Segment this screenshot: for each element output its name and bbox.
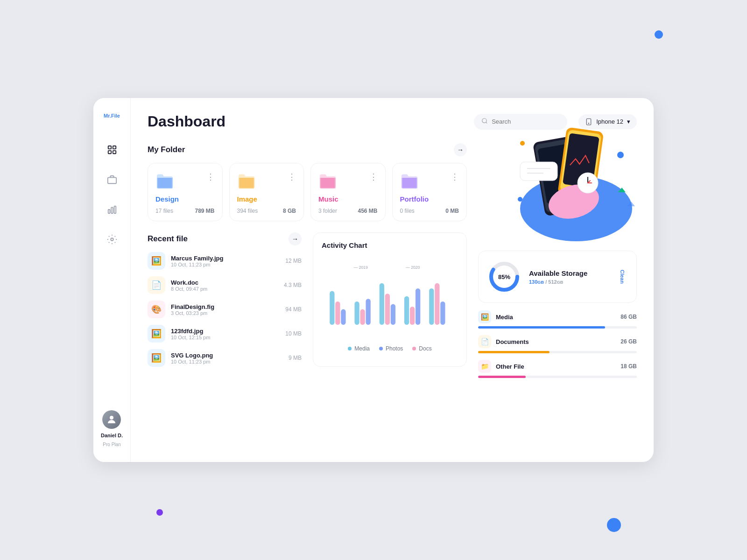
file-type-item-documents: 📄 Documents 26 GB: [478, 335, 637, 353]
svg-point-8: [111, 238, 113, 241]
folder-name: Portfolio: [400, 195, 459, 203]
file-type-icon: 📁: [478, 360, 491, 373]
storage-donut: 85%: [488, 260, 521, 293]
decoration-dot-bottom-left: [156, 509, 163, 516]
folder-icon: [237, 172, 256, 190]
device-selector[interactable]: Iphone 12 ▾: [578, 114, 637, 129]
file-type-name: Media: [496, 314, 616, 321]
svg-rect-28: [435, 283, 439, 325]
folder-count: 3 folder: [318, 208, 337, 214]
folder-card-design[interactable]: ⋮ Design 17 files 789 MB: [148, 163, 223, 221]
folder-menu-icon[interactable]: ⋮: [451, 172, 459, 182]
recent-file-list: 🖼️ Marcus Family.jpg 10 Oct, 11:23 pm 12…: [148, 252, 302, 367]
svg-rect-22: [385, 294, 390, 325]
svg-marker-45: [618, 188, 626, 192]
svg-marker-47: [627, 202, 635, 206]
legend-dot: [379, 347, 383, 350]
file-size: 10 MB: [285, 330, 302, 337]
file-date: 10 Oct, 12:15 pm: [171, 335, 280, 340]
folder-meta: 17 files 789 MB: [155, 208, 215, 214]
progress-bar-bg: [478, 351, 637, 353]
svg-point-44: [617, 152, 624, 158]
folder-meta: 3 folder 456 MB: [318, 208, 378, 214]
file-item[interactable]: 📄 Work.doc 8 Oct, 09:47 pm 4.3 MB: [148, 276, 302, 294]
progress-bar-bg: [478, 326, 637, 329]
chart-legend: MediaPhotosDocs: [322, 345, 458, 352]
storage-card: 85% Available Storage 130GB / 512GB Clea…: [478, 251, 637, 303]
file-thumb: 🖼️: [148, 252, 165, 270]
legend-label: Media: [354, 345, 370, 352]
svg-rect-17: [341, 309, 345, 325]
file-size: 4.3 MB: [284, 282, 302, 288]
chart-title: Activity Chart: [322, 241, 458, 249]
search-bar[interactable]: [474, 114, 567, 130]
folder-size: 789 MB: [195, 208, 214, 214]
legend-label: Photos: [386, 345, 403, 352]
folder-name: Image: [237, 195, 296, 203]
svg-rect-4: [107, 178, 116, 184]
svg-rect-0: [108, 146, 111, 149]
file-item[interactable]: 🖼️ SVG Logo.png 10 Oct, 11:23 pm 9 MB: [148, 349, 302, 367]
svg-rect-38: [556, 190, 596, 213]
svg-rect-20: [366, 299, 370, 325]
sidebar-item-settings[interactable]: [104, 231, 120, 248]
sidebar-item-briefcase[interactable]: [104, 171, 120, 188]
file-info: Marcus Family.jpg 10 Oct, 11:23 pm: [171, 255, 280, 267]
folder-card-portfolio[interactable]: ⋮ Portfolio 0 files 0 MB: [392, 163, 467, 221]
folder-name: Design: [155, 195, 215, 203]
svg-rect-18: [354, 301, 359, 325]
file-type-size: 26 GB: [620, 338, 637, 345]
legend-item-docs: Docs: [412, 345, 431, 352]
illustration: [501, 115, 651, 255]
file-name: SVG Logo.png: [171, 352, 283, 359]
svg-point-37: [545, 179, 603, 224]
logo: Mr.File: [104, 113, 120, 119]
folder-menu-icon[interactable]: ⋮: [206, 172, 215, 182]
file-type-icon: 🖼️: [478, 310, 491, 323]
main-card: Mr.File: [93, 98, 654, 462]
svg-point-12: [588, 123, 589, 123]
folder-name: Music: [318, 195, 378, 203]
folder-card-music[interactable]: ⋮ Music 3 folder 456 MB: [310, 163, 386, 221]
svg-point-39: [578, 173, 598, 193]
file-item[interactable]: 🎨 FinalDesign.fig 3 Oct, 03:23 pm 94 MB: [148, 301, 302, 318]
file-thumb: 🎨: [148, 301, 165, 318]
file-type-header: 📄 Documents 26 GB: [478, 335, 637, 348]
folder-size: 456 MB: [358, 208, 377, 214]
svg-rect-6: [111, 208, 113, 214]
file-name: 123fdfd.jpg: [171, 328, 280, 335]
storage-info: Available Storage 130GB / 512GB: [529, 269, 609, 285]
recent-files-arrow[interactable]: →: [289, 232, 302, 245]
folder-card-image[interactable]: ⋮ Image 394 files 8 GB: [229, 163, 304, 221]
svg-point-46: [518, 197, 522, 202]
file-type-header: 🖼️ Media 86 GB: [478, 310, 637, 323]
svg-point-9: [110, 416, 113, 420]
progress-bar-fill: [478, 376, 526, 378]
file-date: 10 Oct, 11:23 pm: [171, 359, 283, 364]
sidebar-item-grid[interactable]: [104, 141, 120, 158]
svg-rect-15: [330, 291, 334, 325]
svg-rect-27: [429, 288, 434, 325]
svg-rect-23: [391, 304, 395, 325]
clean-button[interactable]: Clean: [618, 268, 627, 286]
folders-arrow[interactable]: →: [454, 143, 467, 156]
file-item[interactable]: 🖼️ 123fdfd.jpg 10 Oct, 12:15 pm 10 MB: [148, 325, 302, 343]
folder-menu-icon[interactable]: ⋮: [369, 172, 378, 182]
search-input[interactable]: [492, 118, 560, 125]
svg-rect-21: [380, 283, 384, 325]
svg-rect-7: [114, 206, 116, 214]
chart-svg-wrap: — 2019— 2020: [322, 255, 458, 341]
folder-count: 17 files: [155, 208, 173, 214]
file-type-item-media: 🖼️ Media 86 GB: [478, 310, 637, 329]
file-item[interactable]: 🖼️ Marcus Family.jpg 10 Oct, 11:23 pm 12…: [148, 252, 302, 270]
svg-rect-19: [360, 309, 365, 325]
folders-title: My Folder: [148, 145, 185, 154]
svg-rect-5: [108, 210, 110, 213]
folder-menu-icon[interactable]: ⋮: [288, 172, 296, 182]
sidebar-item-chart[interactable]: [104, 201, 120, 218]
folder-icon: [318, 172, 337, 190]
file-info: 123fdfd.jpg 10 Oct, 12:15 pm: [171, 328, 280, 340]
activity-chart-section: Activity Chart — 2019— 2020 MediaPhotosD…: [313, 232, 467, 367]
storage-sub: 130GB / 512GB: [529, 279, 609, 285]
svg-rect-1: [113, 146, 115, 149]
